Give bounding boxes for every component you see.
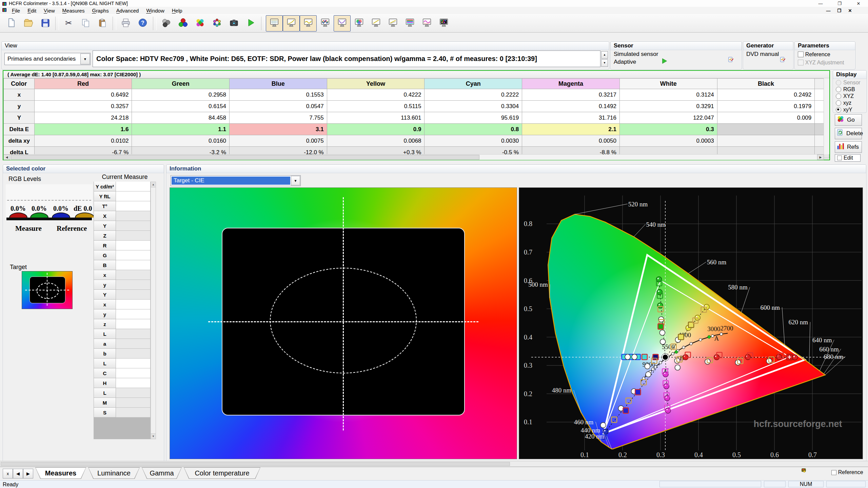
gray-sensors-button[interactable] [158, 15, 175, 32]
run-measure-button[interactable] [242, 15, 259, 32]
toolbar: ✂? [0, 14, 868, 33]
cell-Y-red: 24.218 [34, 112, 132, 124]
svg-text:500 nm: 500 nm [528, 281, 548, 288]
sensor-mode: Adaptive [614, 59, 636, 65]
view-rgb-histogram-button[interactable] [317, 15, 334, 32]
edit-checkbox[interactable]: Edit [835, 154, 861, 162]
view-nearblack-curve-button[interactable] [334, 15, 351, 32]
view-luminance-curve-button[interactable] [300, 15, 317, 32]
svg-text:480 nm: 480 nm [552, 387, 572, 394]
current-measure-scrollbar[interactable]: ▲ ▼ [151, 182, 156, 439]
table-hscrollbar[interactable]: ◀ ▶ [3, 154, 824, 160]
display-option-xyz[interactable]: XYZ [833, 93, 866, 100]
open-folder-button[interactable] [20, 15, 37, 32]
view-magenta-curve-button[interactable] [418, 15, 435, 32]
cut-button[interactable]: ✂ [60, 15, 77, 32]
tab-close-button[interactable]: x [3, 469, 13, 479]
tab-luminance[interactable]: Luminance [88, 467, 140, 479]
sensor-panel-title: Sensor [611, 42, 742, 50]
rgb-level-bar [52, 212, 70, 218]
tab-prev-icon[interactable]: ◀ [13, 469, 23, 479]
child-minimize-button[interactable]: — [824, 7, 833, 14]
current-measure-row: Y cd/m² [94, 182, 151, 191]
camera-capture-button[interactable] [225, 15, 242, 32]
display-option-xyy[interactable]: xyY [833, 106, 866, 113]
menu-graphs[interactable]: Graphs [88, 7, 112, 14]
view-color-bars-button[interactable] [401, 15, 418, 32]
status-cell-4 [826, 481, 866, 487]
view-measures-grid-button[interactable] [266, 15, 283, 32]
view-cie-diagram-button[interactable] [351, 15, 368, 32]
open-folder-icon [23, 18, 33, 29]
view-selector[interactable]: Primaries and secondaries ▼ [4, 53, 91, 65]
menu-view[interactable]: View [40, 7, 59, 14]
display-option-xyz[interactable]: xyz [833, 100, 866, 106]
delete-button[interactable]: Delete [835, 128, 862, 139]
row-label: y [4, 101, 35, 112]
table-vscrollbar[interactable] [824, 78, 829, 154]
go-button[interactable]: Go [835, 114, 862, 126]
bottom-scroll-strip[interactable] [0, 461, 868, 467]
current-measure-row: Y ftL [94, 191, 151, 201]
rgb-primaries-button[interactable] [175, 15, 192, 32]
child-close-button[interactable]: ✕ [846, 7, 854, 14]
generator-panel-title: Generator [743, 42, 793, 50]
close-button[interactable]: ✕ [849, 0, 868, 7]
tab-next-icon[interactable]: ▶ [23, 469, 33, 479]
sensor-play-icon[interactable] [662, 58, 668, 66]
tab-gamma[interactable]: Gamma [142, 467, 182, 479]
hscroll-right-icon[interactable]: ▶ [817, 155, 824, 160]
column-header-cyan: Cyan [425, 79, 522, 89]
title-bar: HCFR Colorimeter - 3.5.1.4 - [QN90B CAL … [0, 0, 868, 7]
sensor-config-icon[interactable] [728, 57, 735, 66]
rgb-level-value: dE 0.0 [74, 205, 92, 212]
rgb-levels-chart: 0.0%0.0%0.0%dE 0.0 [6, 184, 93, 220]
reference-checkbox[interactable]: Reference [798, 51, 830, 58]
menu-window[interactable]: Window [142, 7, 168, 14]
menu-help[interactable]: Help [168, 7, 186, 14]
help-about-button[interactable]: ? [134, 15, 151, 32]
menu-file[interactable]: File [8, 7, 24, 14]
information-selector[interactable]: Target - CIE ▼ [171, 175, 301, 186]
svg-text:680 nm: 680 nm [824, 353, 844, 360]
new-document-button[interactable] [3, 15, 20, 32]
cell-y-black: 0.1979 [717, 101, 815, 112]
rgb-level-value: 0.0% [53, 205, 68, 212]
color-secondaries-button[interactable] [192, 15, 209, 32]
menu-measures[interactable]: Measures [59, 7, 88, 14]
current-measure-row: L [94, 359, 151, 368]
measures-table-panel: ( Average dE: 1.40 [0.87,0.59,0.48] max:… [3, 70, 830, 160]
new-document-icon [6, 18, 16, 29]
info-spinner-down[interactable]: ▼ [601, 59, 608, 67]
menu-edit[interactable]: Edit [24, 7, 40, 14]
paste-button[interactable] [94, 15, 111, 32]
color-ring-button[interactable] [209, 15, 225, 32]
restore-button[interactable]: ❐ [830, 0, 849, 7]
menu-advanced[interactable]: Advanced [113, 7, 143, 14]
minimize-button[interactable]: — [811, 0, 830, 7]
child-restore-button[interactable]: ❐ [835, 7, 844, 14]
view-selector-arrow-icon[interactable]: ▼ [80, 54, 90, 64]
display-option-rgb[interactable]: RGB [833, 86, 866, 93]
save-button[interactable] [37, 15, 54, 32]
tab-measures[interactable]: Measures [35, 467, 86, 479]
information-selector-arrow-icon[interactable]: ▼ [291, 176, 300, 185]
info-spinner-up[interactable]: ▲ [601, 51, 608, 59]
print-button[interactable] [117, 15, 134, 32]
view-curve-a-button[interactable] [368, 15, 384, 32]
generator-config-icon[interactable] [780, 57, 787, 66]
view-gamma-curve-button[interactable] [283, 15, 300, 32]
view-dark-pattern-icon [439, 18, 449, 29]
row-label: x [4, 89, 35, 101]
app-window: HCFR Colorimeter - 3.5.1.4 - [QN90B CAL … [0, 0, 868, 488]
cell-x-red: 0.6492 [34, 89, 132, 101]
hscroll-left-icon[interactable]: ◀ [3, 155, 10, 160]
bottom-reference-checkbox[interactable]: Reference [831, 469, 863, 476]
view-curve-b-button[interactable] [384, 15, 401, 32]
copy-button[interactable] [77, 15, 94, 32]
row-label: Delta E [4, 124, 35, 135]
refs-button[interactable]: Refs [835, 141, 862, 153]
current-measure-row: M [94, 398, 151, 408]
tab-color-temperature[interactable]: Color temperature [184, 467, 260, 479]
view-dark-pattern-button[interactable] [435, 15, 452, 32]
